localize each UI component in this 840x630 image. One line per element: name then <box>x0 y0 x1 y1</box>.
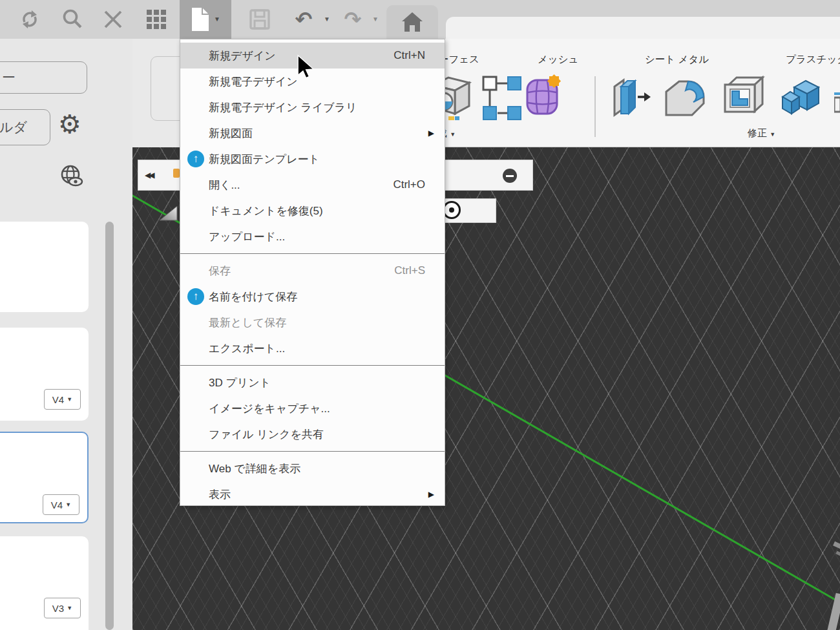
button-partial-label: ルダ <box>0 118 27 136</box>
menu-item[interactable]: 新規図面▶ <box>180 120 445 146</box>
undo-icon[interactable]: ↶ <box>289 0 318 39</box>
cloud-upload-icon: ↑ <box>187 288 204 305</box>
menu-item[interactable]: イメージをキャプチャ... <box>180 395 445 421</box>
menu-separator <box>180 253 445 254</box>
grid-apps-icon[interactable] <box>143 0 169 39</box>
menu-item[interactable]: ファイル リンクを共有 <box>180 421 445 447</box>
chevron-down-icon: ▼ <box>67 605 72 611</box>
menu-separator <box>180 451 445 452</box>
project-card[interactable]: V4▼ <box>0 328 89 421</box>
chevron-down-icon: ▼ <box>65 502 71 508</box>
menu-item[interactable]: ↑名前を付けて保存 <box>180 284 445 310</box>
menu-item-label: 名前を付けて保存 <box>209 289 297 304</box>
menu-item-label: ファイル リンクを共有 <box>209 427 324 442</box>
sync-icon[interactable] <box>17 0 43 39</box>
ribbon-tab-3[interactable]: プラスチック <box>786 53 840 67</box>
data-panel-button-top[interactable]: ー <box>0 61 87 94</box>
sheetmetal-corner-icon[interactable] <box>721 76 765 122</box>
sidebar-scrollbar[interactable] <box>105 222 114 630</box>
chevron-down-icon: ▼ <box>450 131 456 138</box>
clipped-ribbon-icon[interactable] <box>834 87 840 116</box>
ribbon-tab-2[interactable]: シート メタル <box>645 53 709 67</box>
app-window: ◀◀ V4 ー ルダ ⚙ <box>0 0 840 630</box>
modify-group-label[interactable]: 修正 ▼ <box>748 127 775 140</box>
menu-item[interactable]: ↑新規図面テンプレート <box>180 146 445 172</box>
submenu-arrow-icon: ▶ <box>428 490 434 499</box>
document-tab[interactable] <box>446 17 840 39</box>
menu-item-label: 開く... <box>209 178 240 193</box>
version-dropdown[interactable]: V3▼ <box>44 598 81 618</box>
version-dropdown[interactable]: V4▼ <box>44 389 81 410</box>
redo-icon[interactable]: ↷ <box>339 0 367 39</box>
ribbon-tab-1[interactable]: メッシュ <box>538 53 578 67</box>
plastic-boss-icon[interactable] <box>779 76 823 119</box>
menu-item-label: イメージをキャプチャ... <box>209 401 330 416</box>
redo-chevron-icon[interactable]: ▼ <box>369 0 382 39</box>
menu-item[interactable]: 3D プリント <box>180 370 445 395</box>
menu-item[interactable]: エクスポート... <box>180 335 445 361</box>
menu-item-label: 表示 <box>209 487 231 502</box>
menu-item[interactable]: 表示▶ <box>180 481 445 507</box>
gear-icon[interactable]: ⚙ <box>58 111 81 137</box>
sheetmetal-flange-icon[interactable] <box>609 75 652 120</box>
menu-item-shortcut: Ctrl+N <box>394 49 425 62</box>
menu-item-label: Web で詳細を表示 <box>209 461 300 476</box>
menu-item[interactable]: 保存Ctrl+S <box>180 258 445 284</box>
menu-item-label: アップロード... <box>209 229 285 244</box>
sheetmetal-bend-icon[interactable] <box>662 75 708 121</box>
menu-item[interactable]: ドキュメントを修復(5) <box>180 198 445 224</box>
search-icon[interactable] <box>59 0 85 39</box>
menu-item-label: 3D プリント <box>209 375 271 390</box>
mouse-cursor <box>292 54 319 83</box>
cloud-upload-icon: ↑ <box>187 151 204 167</box>
corner-object-fragment <box>833 541 840 549</box>
button-partial-label: ー <box>2 68 16 87</box>
collapse-panel-icon[interactable]: ◀◀ <box>145 171 152 180</box>
quick-access-toolbar: ▼ ↶ ▼ ↷ ▼ <box>0 0 840 39</box>
project-card[interactable]: V4▼ <box>0 432 89 523</box>
new-folder-button[interactable]: ルダ <box>0 109 50 145</box>
corner-object-fragment <box>835 551 840 556</box>
version-dropdown[interactable]: V4▼ <box>43 494 79 515</box>
chevron-down-icon: ▼ <box>770 131 775 138</box>
menu-item-label: エクスポート... <box>209 341 285 356</box>
menu-item[interactable]: 新規電子デザイン ライブラリ <box>180 94 445 120</box>
menu-item-shortcut: Ctrl+O <box>393 178 425 191</box>
menu-item-label: 新規電子デザイン ライブラリ <box>209 100 357 115</box>
menu-item-label: 新規図面テンプレート <box>209 152 320 167</box>
menu-item[interactable]: 開く...Ctrl+O <box>180 172 445 198</box>
data-panel: ー ルダ ⚙ V4▼V4▼V3▼ <box>0 39 132 630</box>
selection-tool-icon[interactable] <box>482 76 523 122</box>
menu-item-label: 新規電子デザイン <box>209 74 298 89</box>
menu-item-label: 新規デザイン <box>209 48 276 63</box>
minus-icon[interactable] <box>503 169 517 183</box>
undo-chevron-icon[interactable]: ▼ <box>320 0 333 39</box>
menu-separator <box>180 365 445 366</box>
menu-item[interactable]: Web で詳細を表示 <box>180 456 445 481</box>
home-tab[interactable] <box>386 5 438 39</box>
menu-item[interactable]: 最新として保存 <box>180 310 445 335</box>
menu-item-label: 保存 <box>209 264 231 278</box>
menu-item-shortcut: Ctrl+S <box>394 264 425 277</box>
home-icon <box>401 11 424 33</box>
globe-eye-icon[interactable] <box>57 162 87 191</box>
menu-item-label: 新規図面 <box>209 126 253 141</box>
ribbon-divider <box>594 76 596 137</box>
mesh-icon[interactable] <box>525 74 563 119</box>
version-label: V4 <box>51 499 63 510</box>
submenu-arrow-icon: ▶ <box>428 129 434 138</box>
file-menu-button[interactable]: ▼ <box>180 0 231 39</box>
file-menu: 新規デザインCtrl+N新規電子デザイン新規電子デザイン ライブラリ新規図面▶↑… <box>180 39 445 506</box>
close-icon[interactable] <box>100 0 126 39</box>
file-icon <box>191 6 210 32</box>
project-card[interactable]: V3▼ <box>0 536 89 630</box>
chevron-down-icon: ▼ <box>214 16 220 23</box>
chevron-down-icon: ▼ <box>67 397 72 403</box>
menu-item[interactable]: アップロード... <box>180 224 445 249</box>
menu-item-label: 最新として保存 <box>209 315 286 330</box>
project-card[interactable] <box>0 222 89 312</box>
browser-expand-triangle[interactable] <box>159 204 178 222</box>
save-icon[interactable] <box>247 0 273 39</box>
radio-visibility-icon[interactable] <box>443 201 461 219</box>
version-label: V3 <box>52 603 64 614</box>
